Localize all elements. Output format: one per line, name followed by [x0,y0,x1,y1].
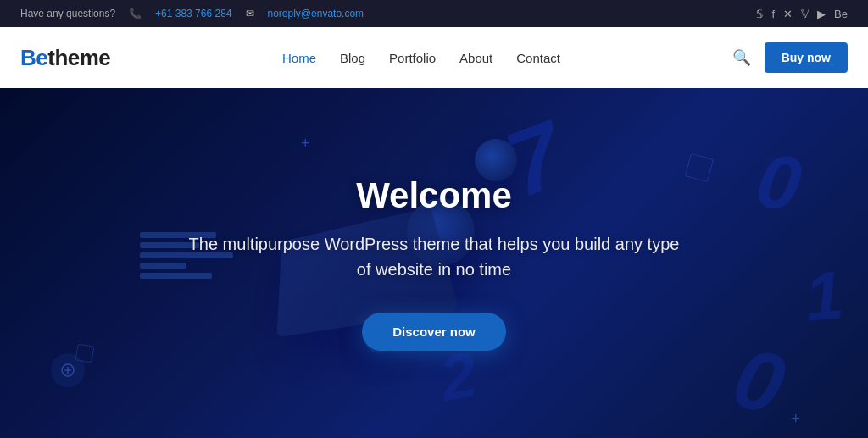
nav-home[interactable]: Home [282,51,316,65]
hero-title: Welcome [180,175,688,216]
search-icon[interactable]: 🔍 [732,48,751,67]
nav-about[interactable]: About [459,51,492,65]
youtube-icon[interactable]: ▶ [817,8,826,20]
circle-decoration [51,353,85,387]
logo-be: Be [20,45,47,71]
buy-button[interactable]: Buy now [765,42,848,73]
hero-subtitle: The multipurpose WordPress theme that he… [180,231,688,282]
float-plus-1: + [301,135,310,152]
float-num-2: 0 [750,136,807,229]
top-bar-left: Have any questions? 📞 +61 383 766 284 ✉ … [20,8,364,19]
main-nav: Home Blog Portfolio About Contact [282,51,560,65]
logo[interactable]: Betheme [20,45,110,71]
header: Betheme Home Blog Portfolio About Contac… [0,27,868,88]
behance-icon[interactable]: Be [834,8,848,20]
nav-contact[interactable]: Contact [516,51,560,65]
skype-icon[interactable]: 𝕊 [756,8,763,20]
hero-content: Welcome The multipurpose WordPress theme… [163,175,705,351]
hero-section: 7 0 1 0 2 + + [0,88,868,438]
top-bar-social: 𝕊 f ✕ 𝕍 ▶ Be [756,8,848,20]
float-plus-2: + [791,410,800,428]
float-num-3: 1 [802,256,846,337]
vimeo-icon[interactable]: 𝕍 [801,8,809,20]
discover-button[interactable]: Discover now [362,313,506,351]
nav-blog[interactable]: Blog [340,51,365,65]
phone-icon: 📞 [129,8,142,19]
top-bar: Have any questions? 📞 +61 383 766 284 ✉ … [0,0,868,27]
facebook-icon[interactable]: f [771,8,775,20]
email-icon: ✉ [246,8,254,19]
header-right: 🔍 Buy now [732,42,848,73]
phone-link[interactable]: +61 383 766 284 [155,8,231,19]
float-num-4: 0 [724,328,794,434]
twitter-icon[interactable]: ✕ [783,8,793,20]
nav-portfolio[interactable]: Portfolio [389,51,436,65]
top-bar-question: Have any questions? [20,8,115,19]
email-link[interactable]: noreply@envato.com [268,8,364,19]
logo-rest: theme [47,45,110,71]
